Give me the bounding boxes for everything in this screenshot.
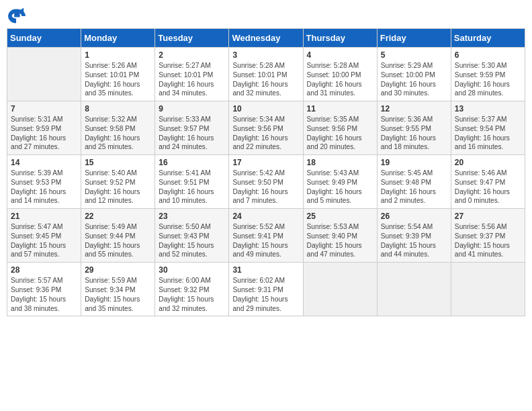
day-number: 19 xyxy=(381,158,447,167)
calendar-cell: 12Sunrise: 5:36 AM Sunset: 9:55 PM Dayli… xyxy=(377,101,451,155)
day-number: 1 xyxy=(85,50,151,60)
calendar-cell: 23Sunrise: 5:50 AM Sunset: 9:43 PM Dayli… xyxy=(155,209,229,263)
day-number: 7 xyxy=(11,104,77,113)
calendar-header-row: SundayMondayTuesdayWednesdayThursdayFrid… xyxy=(7,29,525,48)
calendar-cell: 5Sunrise: 5:29 AM Sunset: 10:00 PM Dayli… xyxy=(377,48,451,101)
calendar-week-5: 28Sunrise: 5:57 AM Sunset: 9:36 PM Dayli… xyxy=(7,263,525,316)
logo-icon xyxy=(7,7,26,26)
day-number: 9 xyxy=(159,104,225,113)
day-number: 31 xyxy=(232,265,299,275)
day-info: Sunrise: 5:59 AM Sunset: 9:34 PM Dayligh… xyxy=(85,276,151,313)
day-number: 4 xyxy=(307,50,373,60)
day-info: Sunrise: 5:32 AM Sunset: 9:58 PM Dayligh… xyxy=(85,115,151,152)
day-number: 2 xyxy=(159,50,225,60)
day-info: Sunrise: 5:37 AM Sunset: 9:54 PM Dayligh… xyxy=(455,115,521,152)
calendar-cell: 31Sunrise: 6:02 AM Sunset: 9:31 PM Dayli… xyxy=(229,263,303,316)
day-info: Sunrise: 5:26 AM Sunset: 10:01 PM Daylig… xyxy=(85,61,151,98)
day-number: 15 xyxy=(85,158,151,167)
day-info: Sunrise: 5:33 AM Sunset: 9:57 PM Dayligh… xyxy=(159,115,225,152)
day-info: Sunrise: 5:45 AM Sunset: 9:48 PM Dayligh… xyxy=(381,169,447,205)
column-header-sunday: Sunday xyxy=(7,29,81,48)
day-info: Sunrise: 5:35 AM Sunset: 9:56 PM Dayligh… xyxy=(307,115,373,152)
calendar-cell: 10Sunrise: 5:34 AM Sunset: 9:56 PM Dayli… xyxy=(229,101,303,155)
day-info: Sunrise: 5:27 AM Sunset: 10:01 PM Daylig… xyxy=(159,61,225,98)
day-info: Sunrise: 5:53 AM Sunset: 9:40 PM Dayligh… xyxy=(307,222,373,259)
column-header-thursday: Thursday xyxy=(303,29,377,48)
calendar-cell: 6Sunrise: 5:30 AM Sunset: 9:59 PM Daylig… xyxy=(451,48,525,101)
calendar-cell: 2Sunrise: 5:27 AM Sunset: 10:01 PM Dayli… xyxy=(155,48,229,101)
day-number: 17 xyxy=(232,158,299,167)
calendar-cell: 3Sunrise: 5:28 AM Sunset: 10:01 PM Dayli… xyxy=(229,48,303,101)
calendar-cell: 8Sunrise: 5:32 AM Sunset: 9:58 PM Daylig… xyxy=(81,101,155,155)
day-info: Sunrise: 5:40 AM Sunset: 9:52 PM Dayligh… xyxy=(85,169,151,205)
calendar-cell: 25Sunrise: 5:53 AM Sunset: 9:40 PM Dayli… xyxy=(303,209,377,263)
day-number: 18 xyxy=(307,158,373,167)
day-number: 12 xyxy=(381,104,447,113)
day-number: 5 xyxy=(381,50,447,60)
day-number: 6 xyxy=(455,50,521,60)
calendar-cell: 18Sunrise: 5:43 AM Sunset: 9:49 PM Dayli… xyxy=(303,155,377,209)
day-info: Sunrise: 6:00 AM Sunset: 9:32 PM Dayligh… xyxy=(159,276,225,313)
calendar-cell: 7Sunrise: 5:31 AM Sunset: 9:59 PM Daylig… xyxy=(7,101,81,155)
day-info: Sunrise: 5:56 AM Sunset: 9:37 PM Dayligh… xyxy=(455,222,521,259)
day-info: Sunrise: 5:50 AM Sunset: 9:43 PM Dayligh… xyxy=(159,222,225,259)
column-header-saturday: Saturday xyxy=(451,29,525,48)
calendar-cell: 21Sunrise: 5:47 AM Sunset: 9:45 PM Dayli… xyxy=(7,209,81,263)
day-number: 26 xyxy=(381,212,447,221)
day-number: 29 xyxy=(85,265,151,275)
day-number: 16 xyxy=(159,158,225,167)
calendar-cell: 16Sunrise: 5:41 AM Sunset: 9:51 PM Dayli… xyxy=(155,155,229,209)
day-number: 10 xyxy=(232,104,299,113)
calendar-cell: 29Sunrise: 5:59 AM Sunset: 9:34 PM Dayli… xyxy=(81,263,155,316)
day-info: Sunrise: 5:29 AM Sunset: 10:00 PM Daylig… xyxy=(381,61,447,98)
column-header-friday: Friday xyxy=(377,29,451,48)
calendar-cell: 26Sunrise: 5:54 AM Sunset: 9:39 PM Dayli… xyxy=(377,209,451,263)
calendar-cell: 19Sunrise: 5:45 AM Sunset: 9:48 PM Dayli… xyxy=(377,155,451,209)
day-info: Sunrise: 5:47 AM Sunset: 9:45 PM Dayligh… xyxy=(11,222,77,259)
day-number: 28 xyxy=(11,265,77,275)
day-number: 30 xyxy=(159,265,225,275)
day-info: Sunrise: 6:02 AM Sunset: 9:31 PM Dayligh… xyxy=(232,276,299,313)
day-info: Sunrise: 5:49 AM Sunset: 9:44 PM Dayligh… xyxy=(85,222,151,259)
page-header xyxy=(7,7,525,26)
day-number: 14 xyxy=(11,158,77,167)
day-info: Sunrise: 5:34 AM Sunset: 9:56 PM Dayligh… xyxy=(232,115,299,152)
day-info: Sunrise: 5:39 AM Sunset: 9:53 PM Dayligh… xyxy=(11,169,77,205)
calendar-week-4: 21Sunrise: 5:47 AM Sunset: 9:45 PM Dayli… xyxy=(7,209,525,263)
calendar-cell: 1Sunrise: 5:26 AM Sunset: 10:01 PM Dayli… xyxy=(81,48,155,101)
day-info: Sunrise: 5:28 AM Sunset: 10:01 PM Daylig… xyxy=(232,61,299,98)
calendar-cell: 17Sunrise: 5:42 AM Sunset: 9:50 PM Dayli… xyxy=(229,155,303,209)
calendar-cell: 15Sunrise: 5:40 AM Sunset: 9:52 PM Dayli… xyxy=(81,155,155,209)
day-info: Sunrise: 5:54 AM Sunset: 9:39 PM Dayligh… xyxy=(381,222,447,259)
day-info: Sunrise: 5:28 AM Sunset: 10:00 PM Daylig… xyxy=(307,61,373,98)
calendar-cell: 28Sunrise: 5:57 AM Sunset: 9:36 PM Dayli… xyxy=(7,263,81,316)
day-info: Sunrise: 5:30 AM Sunset: 9:59 PM Dayligh… xyxy=(455,61,521,98)
day-number: 24 xyxy=(232,212,299,221)
day-info: Sunrise: 5:46 AM Sunset: 9:47 PM Dayligh… xyxy=(455,169,521,205)
calendar-cell xyxy=(303,263,377,316)
calendar-cell: 20Sunrise: 5:46 AM Sunset: 9:47 PM Dayli… xyxy=(451,155,525,209)
calendar-cell: 27Sunrise: 5:56 AM Sunset: 9:37 PM Dayli… xyxy=(451,209,525,263)
day-number: 20 xyxy=(455,158,521,167)
day-number: 3 xyxy=(232,50,299,60)
day-number: 27 xyxy=(455,212,521,221)
day-info: Sunrise: 5:52 AM Sunset: 9:41 PM Dayligh… xyxy=(232,222,299,259)
day-number: 8 xyxy=(85,104,151,113)
calendar-cell: 24Sunrise: 5:52 AM Sunset: 9:41 PM Dayli… xyxy=(229,209,303,263)
calendar-cell: 11Sunrise: 5:35 AM Sunset: 9:56 PM Dayli… xyxy=(303,101,377,155)
calendar-table: SundayMondayTuesdayWednesdayThursdayFrid… xyxy=(7,28,525,316)
calendar-cell: 13Sunrise: 5:37 AM Sunset: 9:54 PM Dayli… xyxy=(451,101,525,155)
day-info: Sunrise: 5:57 AM Sunset: 9:36 PM Dayligh… xyxy=(11,276,77,313)
day-info: Sunrise: 5:36 AM Sunset: 9:55 PM Dayligh… xyxy=(381,115,447,152)
logo xyxy=(7,7,28,26)
column-header-wednesday: Wednesday xyxy=(229,29,303,48)
day-number: 25 xyxy=(307,212,373,221)
day-number: 13 xyxy=(455,104,521,113)
calendar-cell: 9Sunrise: 5:33 AM Sunset: 9:57 PM Daylig… xyxy=(155,101,229,155)
column-header-tuesday: Tuesday xyxy=(155,29,229,48)
day-info: Sunrise: 5:31 AM Sunset: 9:59 PM Dayligh… xyxy=(11,115,77,152)
day-number: 21 xyxy=(11,212,77,221)
day-number: 22 xyxy=(85,212,151,221)
column-header-monday: Monday xyxy=(81,29,155,48)
calendar-cell: 22Sunrise: 5:49 AM Sunset: 9:44 PM Dayli… xyxy=(81,209,155,263)
